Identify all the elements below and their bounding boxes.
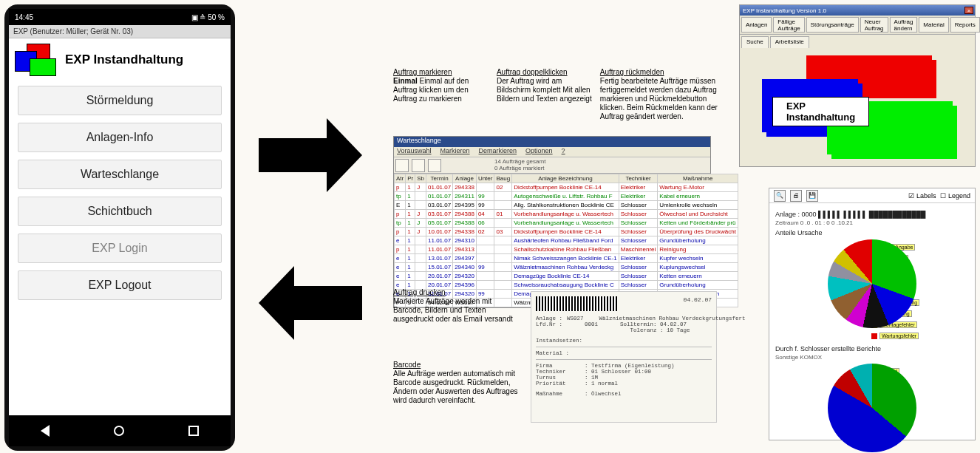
arrow-left-icon [259,266,362,340]
nav-home-icon[interactable] [114,426,124,436]
table-row[interactable]: p1J01.01.0729433802Dickstoffpumpen Bockl… [395,183,738,192]
chart-zoom-button[interactable]: 🔍 [774,190,786,202]
table-row[interactable]: tp1J05.01.0729438806Vorbehandlungsanlage… [395,219,738,228]
win-toolbar: AnlagenFällige AufträgeStörungsanträgeNe… [740,16,975,35]
queue-header[interactable]: Baug [494,174,512,183]
nav-back-icon[interactable] [41,425,50,437]
queue-header[interactable]: Unter [476,174,494,183]
queue-feedback-button[interactable] [428,159,441,172]
chart1-title: Anteile Ursache [775,229,969,236]
queue-header[interactable]: Sb [415,174,426,183]
win-tabs: SucheArbeitsliste [740,35,975,48]
queue-menu-item[interactable]: Vorauswahl [397,147,432,157]
queue-menu-item[interactable]: Markieren [440,147,470,157]
table-row[interactable]: p1J10.01.072943380203Dickstoffpumpen Boc… [395,228,738,236]
queue-toolbar: 14 Aufträge gesamt 0 Aufträge markiert [394,157,710,174]
win-title-bar: EXP Instandhaltung Version 1.0 × [740,5,975,16]
table-row[interactable]: p111.01.07294313Schallschutzkabine Rohba… [395,245,738,254]
queue-table[interactable]: AtrPrSbTerminAnlageUnterBaugAnlage Bezei… [394,174,738,307]
win-body: EXP Instandhaltung [740,48,975,166]
queue-menu-item[interactable]: ? [562,147,565,157]
chart-labels-checkbox[interactable]: ☑ Labels [908,192,936,200]
win-toolbar-button[interactable]: Fällige Aufträge [773,17,804,33]
print-date: 04.02.07 [684,296,712,303]
win-toolbar-button[interactable]: Störungsanträge [806,17,859,33]
win-tab[interactable]: Arbeitsliste [770,36,809,48]
chart-toolbar: 🔍 🖨 💾 ☑ Labels ☐ Legend [769,188,975,203]
app-logo-row: EXP Instandhaltung [9,38,231,81]
app-title: EXP Instandhaltung [65,52,183,67]
chart1-pie [828,239,916,328]
queue-print-button[interactable] [395,159,409,172]
queue-menu-item[interactable]: Demarkieren [479,147,517,157]
menu-logout[interactable]: EXP Logout [18,270,222,300]
win-toolbar-button[interactable]: Auftrag ändern [890,17,918,33]
chart-print-button[interactable]: 🖨 [790,190,802,202]
menu-anlageninfo[interactable]: Anlagen-Info [18,123,222,152]
arrow-right-icon [259,118,362,192]
queue-info: 14 Aufträge gesamt 0 Aufträge markiert [444,158,545,172]
queue-window: Warteschlange VorauswahlMarkierenDemarki… [393,136,711,308]
win-tab[interactable]: Suche [741,36,769,48]
annotation-done: Auftrag rückmelden Fertig bearbeitete Au… [600,68,718,121]
win-toolbar-button[interactable]: Reports [950,17,980,33]
queue-edit-button[interactable] [412,159,425,172]
queue-header[interactable]: Techniker [619,174,658,183]
table-row[interactable]: tp101.01.0729431199Autogenschweiße u. Li… [395,192,738,201]
phone-nav-bar [9,415,231,446]
table-row[interactable]: e115.01.0729434099Wälznietmaschinen Rohb… [395,263,738,272]
phone-status-bar: 14:45 ▣ ≙ 50 % [9,9,231,25]
annotation-doubleclick: Auftrag doppelklicken Der Auftrag wird a… [497,68,594,121]
menu-schichtbuch[interactable]: Schichtbuch [18,197,222,226]
barcode-icon [536,296,617,311]
center-column: Auftrag markieren Einmal Einmal auf den … [393,68,718,308]
print-preview: 04.02.07 Anlage :WS027 Wälznietmaschinen… [531,291,717,423]
table-row[interactable]: p1J03.01.072943880401Vorbehandlungsanlag… [395,210,738,219]
queue-header[interactable]: Pr [406,174,415,183]
table-row[interactable]: E103.01.0729439599Allg. Stahlkonstruktio… [395,201,738,210]
menu-stoermeldung[interactable]: Störmeldung [18,86,222,115]
queue-header[interactable]: Termin [426,174,453,183]
queue-header[interactable]: Atr [395,174,406,183]
queue-window-title: Warteschlange [394,137,710,147]
queue-header[interactable]: Anlage Bezeichnung [512,174,619,183]
nav-recent-icon[interactable] [188,426,199,436]
queue-header[interactable]: Maßnahme [658,174,738,183]
phone-menu: Störmeldung Anlagen-Info Warteschlange S… [9,81,231,415]
queue-header[interactable]: Anlage [453,174,477,183]
phone-frame: 14:45 ▣ ≙ 50 % EXP (Benutzer: Müller; Ge… [4,4,235,451]
table-row[interactable]: e113.01.07294397Nimak Schweisszangen Boc… [395,254,738,263]
chart-header-line1: Anlage : 0000 ▌▌▌▌▌ ▌▌▌▌▌ ████████████ [775,211,969,218]
legend-item: Wartungsfehler [871,333,969,339]
annotation-barcode: Barcode Alle Aufträge werden automatisch… [393,361,519,405]
win-toolbar-button[interactable]: Neuer Auftrag [860,17,888,33]
annotation-mark: Auftrag markieren Einmal Einmal auf den … [393,68,491,121]
status-time: 14:45 [15,13,33,21]
status-battery: ▣ ≙ 50 % [191,13,225,21]
win-logo-label: EXP Instandhaltung [772,97,869,126]
app-logo-icon [15,42,58,78]
chart-save-button[interactable]: 💾 [806,190,818,202]
chart-header-line2: Zeitraum 0 .0 . 01 : 0 0 .10.21 [775,219,969,226]
table-row[interactable]: e120.01.07294320Demagzüge Bocklinie CE-1… [395,272,738,281]
chart2-title: Durch f. Schlosser erstellte Berichte [775,345,969,352]
chart2-pie [828,364,916,452]
phone-window-title: EXP (Benutzer: Müller; Gerät Nr. 03) [9,25,231,38]
annotation-print: Auftrag drucken Markierte Aufträge werde… [393,288,519,324]
win-toolbar-button[interactable]: Material [919,17,948,33]
chart-legend-checkbox[interactable]: ☐ Legend [940,192,970,200]
menu-warteschlange[interactable]: Warteschlange [18,160,222,189]
queue-menu: VorauswahlMarkierenDemarkierenOptionen? [394,147,710,157]
queue-menu-item[interactable]: Optionen [525,147,553,157]
chart-panel: 🔍 🖨 💾 ☑ Labels ☐ Legend Anlage : 0000 ▌▌… [769,188,976,440]
table-row[interactable]: e111.01.07294310Aushärteofen Rohbau Flie… [395,236,738,245]
win-toolbar-button[interactable]: Anlagen [741,17,772,33]
windows-app: EXP Instandhaltung Version 1.0 × Anlagen… [739,4,976,167]
menu-login[interactable]: EXP Login [18,234,222,263]
chart2-subtitle: Sonstige KOMOX [775,354,969,361]
win-close-icon[interactable]: × [964,7,973,14]
